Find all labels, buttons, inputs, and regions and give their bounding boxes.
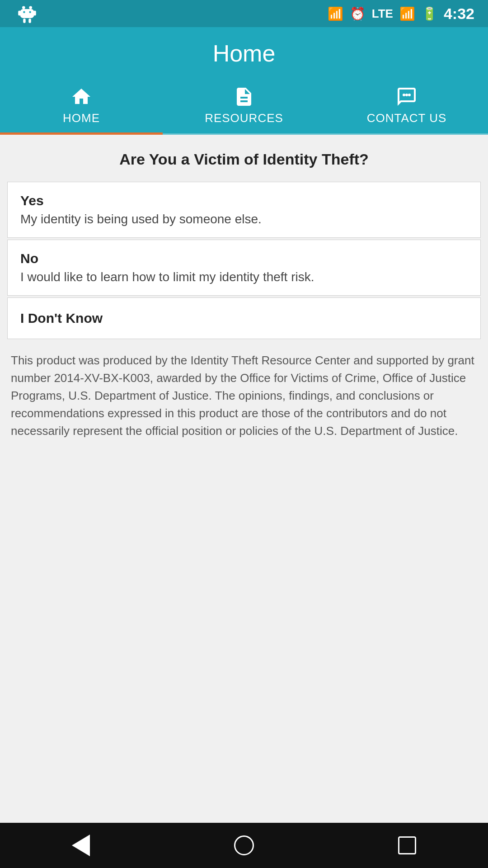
- option-no-title: No: [20, 251, 468, 266]
- chat-icon: [396, 86, 418, 108]
- tab-contact-us-label: CONTACT US: [367, 111, 447, 125]
- home-icon: [70, 86, 92, 108]
- resources-icon: [233, 86, 255, 108]
- option-dont-know-title: I Don't Know: [20, 311, 468, 326]
- svg-rect-2: [20, 9, 34, 18]
- battery-icon: 🔋: [422, 6, 437, 21]
- option-yes-title: Yes: [20, 193, 468, 208]
- disclaimer-text: This product was produced by the Identit…: [7, 352, 481, 440]
- home-circle-icon: [234, 835, 254, 855]
- nav-back-button[interactable]: [72, 835, 90, 856]
- tab-contact-us[interactable]: CONTACT US: [325, 78, 488, 135]
- tab-resources-label: RESOURCES: [205, 111, 283, 125]
- svg-rect-5: [23, 19, 26, 23]
- android-nav-bar: [0, 823, 488, 868]
- svg-rect-4: [33, 10, 36, 15]
- svg-point-0: [22, 6, 25, 9]
- lte-icon: LTE: [372, 7, 393, 21]
- signal-icon: 📶: [399, 6, 415, 21]
- svg-point-8: [29, 11, 31, 13]
- option-no[interactable]: No I would like to learn how to limit my…: [7, 240, 481, 296]
- svg-point-7: [23, 11, 25, 13]
- vibrate-icon: 📶: [328, 6, 343, 21]
- tab-home-label: HOME: [63, 111, 100, 125]
- option-yes-desc: My identity is being used by someone els…: [20, 212, 468, 226]
- header: Home HOME RESOURCES CONTACT US: [0, 27, 488, 135]
- tab-bar: HOME RESOURCES CONTACT US: [0, 78, 488, 135]
- option-yes[interactable]: Yes My identity is being used by someone…: [7, 182, 481, 238]
- option-dont-know[interactable]: I Don't Know: [7, 297, 481, 339]
- alarm-icon: ⏰: [350, 6, 366, 21]
- status-icons: 📶 ⏰ LTE 📶 🔋 4:32: [328, 5, 474, 23]
- status-time: 4:32: [444, 5, 474, 23]
- nav-home-button[interactable]: [234, 835, 254, 855]
- nav-recents-button[interactable]: [398, 836, 416, 854]
- svg-point-11: [408, 94, 411, 96]
- tab-resources[interactable]: RESOURCES: [163, 78, 325, 135]
- svg-rect-6: [28, 19, 31, 23]
- main-question: Are You a Victim of Identity Theft?: [7, 149, 481, 169]
- svg-rect-3: [18, 10, 21, 15]
- option-no-desc: I would like to learn how to limit my id…: [20, 270, 468, 284]
- svg-point-1: [29, 6, 32, 9]
- svg-point-10: [405, 94, 408, 96]
- android-logo-icon: [17, 4, 37, 24]
- tab-home[interactable]: HOME: [0, 78, 163, 135]
- main-content: Are You a Victim of Identity Theft? Yes …: [0, 135, 488, 823]
- back-triangle-icon: [72, 835, 90, 856]
- android-icon-area: [17, 4, 37, 24]
- recents-square-icon: [398, 836, 416, 854]
- status-bar: 📶 ⏰ LTE 📶 🔋 4:32: [0, 0, 488, 27]
- svg-point-9: [403, 94, 405, 96]
- page-title: Home: [213, 40, 276, 67]
